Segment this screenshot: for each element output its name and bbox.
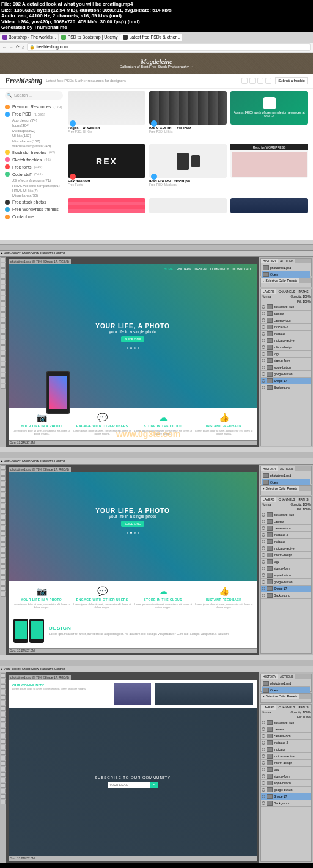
layer-row[interactable]: indicator [261, 331, 311, 337]
layer-row[interactable]: Background [261, 800, 311, 807]
sidebar-subcategory[interactable]: HTML Website templates(56) [5, 183, 63, 188]
ps-tool-button[interactable] [1, 329, 6, 334]
ps-tool-button[interactable] [1, 504, 6, 509]
ps-tool-button[interactable] [1, 290, 6, 295]
ps-tool-button[interactable] [1, 526, 6, 531]
sidebar-category[interactable]: Code stuff (541) [5, 171, 63, 178]
layer-row[interactable]: customize-icon [261, 719, 311, 726]
ps-tool-button[interactable] [1, 351, 6, 356]
ps-tool-button[interactable] [1, 509, 6, 514]
ps-tool-button[interactable] [1, 684, 6, 689]
layer-row[interactable]: Shape 17 [261, 793, 311, 800]
layer-row[interactable]: signup-form [261, 773, 311, 780]
ps-tool-button[interactable] [1, 340, 6, 345]
ps-tool-button[interactable] [1, 690, 6, 694]
layer-row[interactable]: indicator-2 [261, 740, 311, 746]
scp-panel[interactable]: ▸ Selective Color Presets [260, 693, 312, 703]
sidebar-category[interactable]: Free fonts (319) [5, 163, 63, 171]
visibility-icon[interactable] [262, 594, 265, 597]
ps-tool-button[interactable] [1, 362, 6, 367]
layer-row[interactable]: camera [261, 726, 311, 733]
visibility-icon[interactable] [262, 721, 265, 724]
sidebar-subcategory[interactable]: JS effects & plugins(71) [5, 178, 63, 183]
visibility-icon[interactable] [262, 774, 265, 778]
layer-row[interactable]: inform-design [261, 344, 311, 351]
ps-tool-button[interactable] [1, 701, 6, 705]
ps-tool-button[interactable] [1, 734, 6, 738]
layers-panel[interactable]: LAYERSCHANNELSPATHS NormalOpacity: 100% … [260, 496, 312, 654]
visibility-icon[interactable] [262, 573, 265, 577]
ps-tool-button[interactable] [1, 706, 6, 711]
ps-tool-button[interactable] [1, 800, 6, 804]
ps-tool-button[interactable] [1, 482, 6, 487]
visibility-icon[interactable] [262, 325, 265, 329]
layer-row[interactable]: Shape 17 [261, 378, 311, 384]
ps-tool-button[interactable] [1, 548, 6, 553]
layer-row[interactable]: inform-design [261, 760, 311, 767]
sidebar-subcategory[interactable]: Miscellanea(30) [5, 193, 63, 198]
ps-tool-button[interactable] [1, 307, 6, 312]
layer-row[interactable]: indicator [261, 746, 311, 753]
ps-tool-button[interactable] [1, 345, 6, 350]
sidebar-category[interactable]: Free PSD (1,593) [5, 111, 63, 118]
forward-icon[interactable]: → [9, 45, 13, 50]
visibility-icon[interactable] [262, 533, 265, 537]
card-retro[interactable]: Retro for WORDPRESS [230, 144, 308, 194]
visibility-icon[interactable] [262, 372, 265, 376]
ps-toolbar[interactable] [0, 660, 313, 666]
ps-tool-button[interactable] [1, 553, 6, 558]
visibility-icon[interactable] [262, 553, 265, 557]
ps-tool-button[interactable] [1, 581, 6, 586]
visibility-icon[interactable] [262, 352, 265, 356]
sidebar-subcategory[interactable]: Miscellanea(157) [5, 139, 63, 144]
twitter-icon[interactable] [241, 78, 248, 84]
ps-tool-button[interactable] [1, 378, 6, 383]
ps-tool-button[interactable] [1, 717, 6, 722]
ps-tool-button[interactable] [1, 778, 6, 782]
layer-row[interactable]: camera [261, 311, 311, 317]
ps-tool-button[interactable] [1, 257, 6, 262]
ps-tool-button[interactable] [1, 285, 6, 290]
subscribe-button[interactable]: ✓ [150, 782, 158, 788]
ps-toolbar[interactable] [0, 452, 313, 458]
visibility-icon[interactable] [262, 761, 265, 765]
layer-row[interactable]: logo [261, 767, 311, 773]
visibility-icon[interactable] [262, 748, 265, 751]
ps-tool-button[interactable] [1, 789, 6, 793]
ps-tool-button[interactable] [1, 673, 6, 678]
ps-tool-button[interactable] [1, 301, 6, 306]
document-tab[interactable]: phototime1.psd @ 78% (Shape 17, RGB/8) [9, 675, 71, 680]
ps-tool-button[interactable] [1, 493, 6, 498]
canvas[interactable]: YOUR LIFE, A PHOTO your life in a single… [9, 472, 257, 648]
visibility-icon[interactable] [262, 781, 265, 785]
ps-menubar[interactable] [0, 447, 313, 452]
layer-row[interactable]: apple-button [261, 572, 311, 579]
ps-tool-button[interactable] [1, 750, 6, 755]
layer-row[interactable]: camera [261, 518, 311, 525]
visibility-icon[interactable] [262, 727, 265, 731]
sidebar-category[interactable]: Premium Resources (173) [5, 103, 63, 111]
layers-panel[interactable]: LAYERSCHANNELSPATHS NormalOpacity: 100% … [260, 704, 312, 862]
ps-tool-button[interactable] [1, 312, 6, 317]
ps-options-bar[interactable]: ▸Auto-Select: Group Show Transform Contr… [0, 251, 313, 257]
layer-row[interactable]: camera-icon [261, 525, 311, 532]
back-icon[interactable]: ← [2, 45, 7, 50]
sidebar-subcategory[interactable]: UI kits(157) [5, 133, 63, 138]
layers-panel[interactable]: LAYERSCHANNELSPATHS NormalOpacity: 100% … [260, 289, 312, 446]
layer-row[interactable]: signup-form [261, 565, 311, 572]
ps-tool-button[interactable] [1, 465, 6, 470]
canvas[interactable]: OUR COMMUNITYLorem ipsum dolor sit amet,… [9, 680, 257, 856]
visibility-icon[interactable] [262, 567, 265, 570]
visibility-icon[interactable] [262, 513, 265, 517]
ps-tool-button[interactable] [1, 373, 6, 378]
browser-tab-active[interactable]: Latest free PSDs & other... [120, 34, 182, 41]
layer-row[interactable]: Shape 17 [261, 586, 311, 592]
url-input[interactable]: 🔒 freebiesbug.com [27, 43, 311, 51]
sidebar-category[interactable]: Free WordPress themes [5, 206, 63, 213]
ps-menubar[interactable] [0, 655, 313, 660]
browser-tab[interactable]: PSD to Bootstrap | Udemy [59, 34, 120, 41]
sidebar-subcategory[interactable]: Mockups(302) [5, 128, 63, 133]
history-panel[interactable]: HISTORYACTIONS phototime1.psdOpen [260, 258, 312, 276]
layer-row[interactable]: google-button [261, 579, 311, 586]
visibility-icon[interactable] [262, 366, 265, 369]
